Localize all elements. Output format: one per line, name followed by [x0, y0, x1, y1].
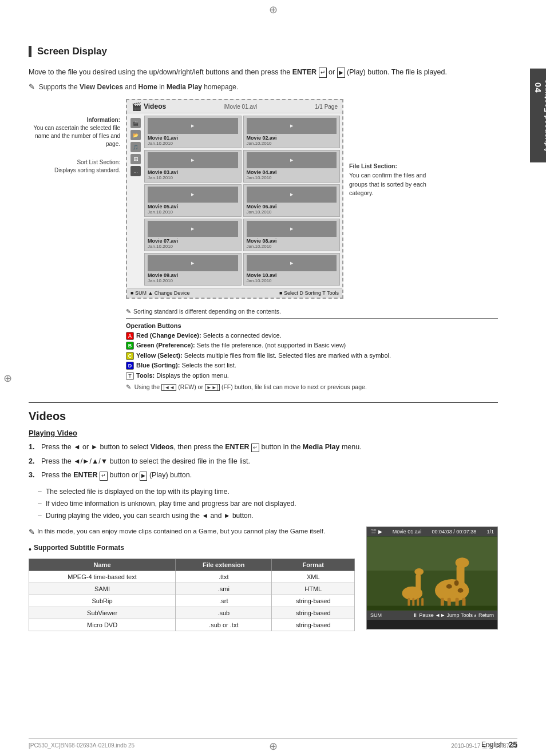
filedate-5: Jan.10.2010	[148, 209, 238, 215]
bottom-mark: ⊕	[269, 740, 278, 753]
step-1-num: 1.	[29, 442, 38, 453]
filedate-8: Jan.10.2010	[247, 244, 337, 249]
bullet-subtitle-formats: • Supported Subtitle Formats	[29, 544, 355, 555]
footer-left: ■ SUM ▲ Change Device	[130, 290, 189, 296]
step-3-text: Press the ENTER ↵ button or ▶ (Play) but…	[41, 470, 192, 481]
nav-item-4: 🖼	[130, 154, 141, 164]
grid-item-3: ▶ Movie 03.avi Jan.10.2010	[144, 150, 242, 183]
yellow-key: C	[126, 352, 134, 360]
steps-list: 1. Press the ◄ or ► button to select Vid…	[29, 442, 498, 481]
thumb-5: ▶	[148, 187, 238, 203]
nav-item-5: …	[130, 166, 141, 176]
row1-name: MPEG-4 time-based text	[29, 571, 176, 583]
filename-8: Movie 08.avi	[247, 238, 337, 244]
step-1: 1. Press the ◄ or ► button to select Vid…	[29, 442, 498, 453]
player-controls: 🎬 ▶	[370, 529, 382, 535]
playing-video-subtitle: Playing Video	[29, 429, 498, 437]
row1-format: XML	[272, 571, 355, 583]
ui-mockup-body: 🎬 📂 🎵 🖼 … ▶ Movie 01.avi Jan.10.2010	[127, 113, 342, 288]
table-row-2: SAMI .smi HTML	[29, 583, 355, 595]
thumb-9: ▶	[148, 255, 238, 271]
subtitle-formats-label: Supported Subtitle Formats	[34, 544, 124, 552]
player-header: 🎬 ▶ Movie 01.avi 00:04:03 / 00:07:38 1/1	[367, 527, 497, 536]
screen-display-section: Screen Display Move to the file you desi…	[29, 46, 498, 391]
bullet-1: The selected file is displayed on the to…	[38, 486, 498, 497]
step-2: 2. Press the ◄/►/▲/▼ button to select th…	[29, 456, 498, 467]
filedate-9: Jan.10.2010	[148, 278, 238, 283]
filedate-2: Jan.10.2010	[247, 141, 337, 146]
filename-1: Movie 01.avi	[148, 135, 238, 141]
step-2-num: 2.	[29, 456, 38, 467]
ui-header-title: Videos	[144, 102, 166, 110]
grid-item-4: ▶ Movie 04.avi Jan.10.2010	[243, 150, 341, 183]
pencil-icon: ✎	[126, 308, 131, 315]
grid-item-7: ▶ Movie 07.avi Jan.10.2010	[144, 219, 242, 251]
filedate-3: Jan.10.2010	[148, 175, 238, 180]
thumb-3: ▶	[148, 152, 238, 168]
lower-right: 🎬 ▶ Movie 01.avi 00:04:03 / 00:07:38 1/1	[366, 527, 498, 631]
grid-item-6: ▶ Movie 06.avi Jan.10.2010	[243, 184, 341, 217]
filedate-4: Jan.10.2010	[247, 175, 337, 180]
row2-ext: .smi	[176, 583, 272, 595]
filename-9: Movie 09.avi	[148, 272, 238, 278]
table-header-name: Name	[29, 559, 176, 571]
filename-10: Movie 10.avi	[247, 272, 337, 278]
ui-header-file: iMovie 01.avi	[166, 104, 315, 110]
bullet-2: If video time information is unknown, pl…	[38, 498, 498, 509]
op-title: Operation Buttons	[126, 322, 181, 329]
table-row-1: MPEG-4 time-based text .ttxt XML	[29, 571, 355, 583]
left-mark: ⊕	[3, 372, 12, 385]
player-page: 1/1	[486, 529, 494, 535]
op-item-blue: D Blue (Sorting): Selects the sort list.	[126, 361, 498, 370]
svg-rect-16	[412, 598, 414, 607]
grid-item-5: ▶ Movie 05.avi Jan.10.2010	[144, 184, 242, 217]
svg-rect-19	[367, 606, 497, 611]
diagram-area: Information: You can ascertain the selec…	[29, 99, 498, 299]
bullet-list: The selected file is displayed on the to…	[38, 486, 498, 521]
player-footer: SUM ⏸ Pause ◄► Jump Tools ↺ Return	[367, 611, 497, 620]
table-row-5: Micro DVD .sub or .txt string-based	[29, 619, 355, 631]
filedate-1: Jan.10.2010	[148, 141, 238, 146]
screen-display-title: Screen Display	[29, 46, 498, 57]
row5-ext: .sub or .txt	[176, 619, 272, 631]
thumb-10: ▶	[247, 255, 337, 271]
row4-name: SubViewer	[29, 607, 176, 619]
svg-rect-17	[417, 598, 419, 607]
player-content	[367, 536, 497, 611]
svg-point-14	[414, 568, 424, 575]
op-text-red: Red (Change Device): Selects a connected…	[136, 331, 282, 340]
row4-ext: .sub	[176, 607, 272, 619]
sort-note-area: ✎ Sorting standard is different dependin…	[126, 308, 498, 315]
grid-item-9: ▶ Movie 09.avi Jan.10.2010	[144, 253, 242, 286]
game-note-text: In this mode, you can enjoy movie clips …	[37, 527, 325, 538]
red-key: A	[126, 332, 134, 340]
svg-point-9	[446, 584, 452, 589]
bullet-dot: •	[29, 545, 31, 554]
svg-rect-15	[407, 598, 410, 607]
page-container: 04 Advanced Features Screen Display Move…	[0, 0, 546, 756]
row4-format: string-based	[272, 607, 355, 619]
player-filename: Movie 01.avi	[393, 529, 422, 535]
file-list-label: File List Section: You can confirm the f…	[349, 162, 435, 198]
ui-mockup-grid: ▶ Movie 01.avi Jan.10.2010 ▶ Movie 02.av…	[144, 116, 340, 286]
videos-section: Videos Playing Video 1. Press the ◄ or ►…	[29, 410, 498, 631]
player-footer-controls: ⏸ Pause ◄► Jump Tools ↺ Return	[413, 612, 494, 618]
page-lang: English	[481, 741, 504, 749]
row3-ext: .srt	[176, 595, 272, 607]
top-mark: ⊕	[269, 3, 278, 16]
row3-name: SubRip	[29, 595, 176, 607]
filedate-10: Jan.10.2010	[247, 278, 337, 283]
info-label: Information: You can ascertain the selec…	[29, 116, 120, 148]
ui-mockup-header: 🎬 Videos iMovie 01.avi 1/1 Page	[127, 100, 342, 113]
nav-item-3: 🎵	[130, 142, 141, 152]
svg-point-11	[458, 588, 464, 593]
op-text-yellow: Yellow (Select): Selects multiple files …	[136, 351, 391, 360]
thumb-7: ▶	[148, 221, 238, 237]
giraffe-image	[367, 536, 497, 611]
blue-key: D	[126, 362, 134, 370]
ui-mockup-footer: ■ SUM ▲ Change Device ■ Select D Sorting…	[127, 288, 342, 298]
op-item-red: A Red (Change Device): Selects a connect…	[126, 331, 498, 340]
grid-item-2: ▶ Movie 02.avi Jan.10.2010	[243, 116, 341, 148]
filename-6: Movie 06.avi	[247, 204, 337, 209]
page-number-area: English 25	[481, 740, 517, 749]
